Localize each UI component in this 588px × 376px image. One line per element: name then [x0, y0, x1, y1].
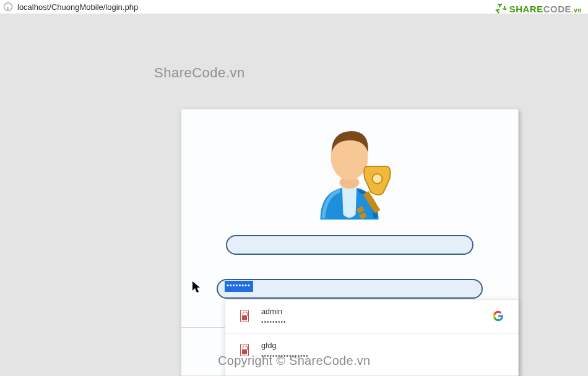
password-key-icon	[240, 310, 249, 322]
autofill-item[interactable]: admin •••••••••	[225, 300, 518, 334]
autofill-username: admin	[261, 307, 282, 316]
username-input[interactable]	[226, 235, 473, 255]
google-icon	[492, 310, 504, 322]
url-text: localhost/ChuongMobile/login.php	[17, 2, 138, 12]
autofill-username: gfdg	[261, 341, 276, 350]
watermark-bottom: Copyright © ShareCode.vn	[218, 354, 371, 368]
sharecode-logo: SHARECODE.vn	[495, 1, 582, 16]
text-cursor-icon	[192, 281, 201, 293]
user-key-icon	[308, 122, 392, 221]
logo-text: SHARECODE.vn	[509, 4, 582, 14]
autofill-password-dots: •••••••••	[261, 318, 287, 325]
recycle-icon	[495, 2, 507, 15]
password-input[interactable]	[217, 279, 483, 299]
info-icon	[4, 2, 12, 11]
watermark-top: ShareCode.vn	[154, 65, 245, 81]
svg-point-5	[373, 174, 383, 184]
